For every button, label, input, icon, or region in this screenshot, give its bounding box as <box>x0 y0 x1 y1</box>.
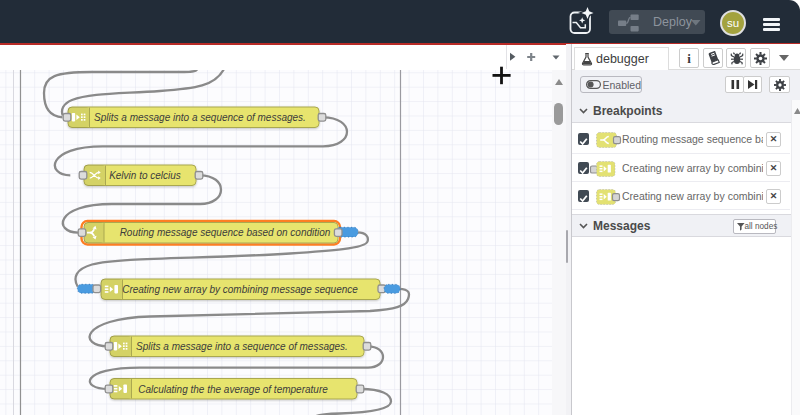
svg-text:Creating new array by combinin: Creating new array by combining message … <box>122 284 358 295</box>
svg-text:Kelvin to celcius: Kelvin to celcius <box>109 170 181 181</box>
svg-text:Routing message sequence based: Routing message sequence based on condit… <box>120 227 331 238</box>
svg-text:Splits a message into a sequen: Splits a message into a sequence of mess… <box>94 112 306 123</box>
svg-text:Splits a message into a sequen: Splits a message into a sequence of mess… <box>136 341 348 352</box>
svg-text:Calculating the the average of: Calculating the the average of temperatu… <box>138 384 328 395</box>
